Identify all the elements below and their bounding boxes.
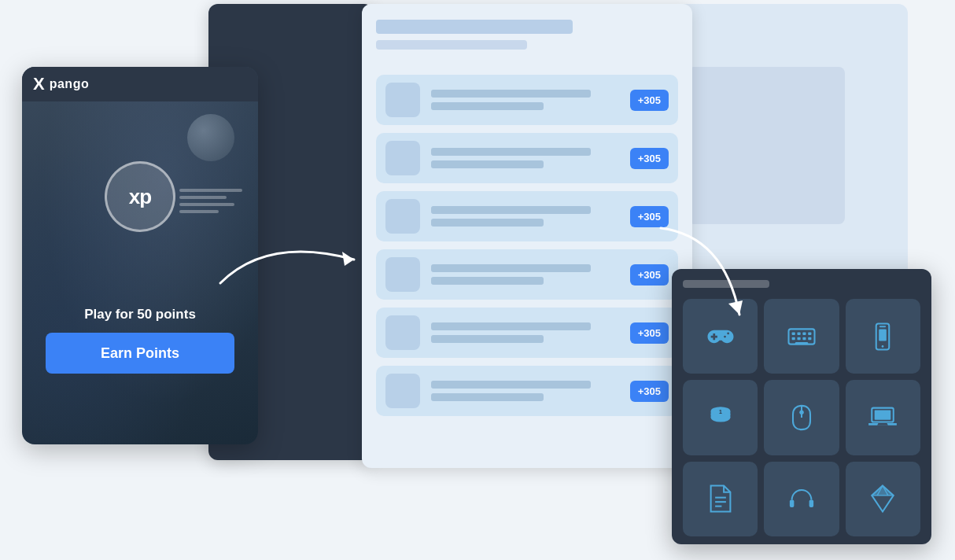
- list-header-line1: [376, 20, 573, 34]
- list-thumb: [385, 374, 420, 408]
- list-item[interactable]: +305: [376, 191, 678, 241]
- svg-marker-30: [872, 486, 894, 496]
- list-item[interactable]: +305: [376, 308, 678, 358]
- svg-rect-2: [797, 332, 800, 334]
- list-line-long: [431, 206, 591, 214]
- xpango-logo: X pango: [33, 76, 89, 93]
- svg-rect-5: [792, 337, 795, 339]
- icon-grid: 1: [683, 299, 920, 536]
- svg-text:1: 1: [719, 409, 722, 414]
- right-bg-inner: [688, 67, 845, 224]
- phone-top-bar: X pango: [22, 67, 258, 101]
- document-icon: [703, 481, 738, 516]
- list-item[interactable]: +305: [376, 366, 678, 416]
- points-badge: +305: [630, 206, 669, 227]
- svg-point-21: [799, 410, 804, 414]
- points-badge: +305: [630, 381, 669, 402]
- icon-grid-header-bar: [683, 280, 769, 288]
- list-line-short: [431, 160, 544, 168]
- deco-sphere: [187, 114, 234, 161]
- deco-line-2: [179, 196, 227, 199]
- list-lines: [431, 322, 619, 343]
- svg-rect-27: [790, 500, 795, 508]
- list-line-short: [431, 335, 544, 343]
- list-thumb: [385, 199, 420, 234]
- xp-circle: xp: [105, 161, 175, 232]
- svg-rect-11: [879, 326, 886, 327]
- mouse-icon-cell[interactable]: [764, 380, 839, 455]
- svg-rect-3: [802, 332, 806, 334]
- gamepad-icon: [703, 319, 738, 354]
- list-line-short: [431, 102, 544, 110]
- list-line-long: [431, 148, 591, 156]
- xp-inner-label: xp: [129, 185, 151, 209]
- svg-point-18: [710, 414, 730, 422]
- scene: X pango xp Play for 50 points Earn Point…: [0, 0, 955, 560]
- document-icon-cell[interactable]: [683, 462, 758, 536]
- headphones-icon: [784, 481, 819, 516]
- svg-rect-28: [809, 500, 814, 508]
- list-lines: [431, 148, 619, 168]
- deco-line-4: [179, 210, 219, 213]
- laptop-icon: [865, 400, 900, 435]
- list-line-long: [431, 264, 591, 272]
- svg-rect-6: [797, 337, 800, 339]
- xpango-name: pango: [50, 77, 90, 91]
- list-lines: [431, 90, 619, 110]
- svg-rect-7: [802, 337, 806, 339]
- list-item[interactable]: +305: [376, 75, 678, 125]
- deco-line-1: [179, 189, 242, 192]
- laptop-icon-cell[interactable]: [846, 380, 920, 455]
- points-badge: +305: [630, 264, 669, 286]
- points-badge: +305: [630, 90, 669, 111]
- list-header-line2: [376, 40, 527, 50]
- svg-rect-23: [875, 410, 891, 419]
- list-lines: [431, 381, 619, 401]
- list-line-short: [431, 219, 544, 227]
- icon-grid-panel: 1: [672, 269, 931, 544]
- mouse-icon: [784, 400, 819, 435]
- svg-point-12: [882, 345, 884, 348]
- svg-rect-13: [879, 329, 887, 341]
- list-header: [376, 20, 678, 61]
- headphones-icon-cell[interactable]: [764, 462, 839, 536]
- svg-rect-0: [788, 329, 814, 344]
- list-item[interactable]: +305: [376, 133, 678, 183]
- deco-lines: [179, 189, 242, 213]
- list-thumb: [385, 141, 420, 175]
- svg-rect-4: [808, 332, 811, 334]
- phone-background: X pango xp Play for 50 points Earn Point…: [22, 67, 258, 444]
- keyboard-icon: [784, 319, 819, 354]
- earn-points-button[interactable]: Earn Points: [46, 333, 234, 374]
- svg-rect-1: [792, 332, 795, 334]
- deco-line-3: [179, 203, 234, 206]
- points-badge: +305: [630, 148, 669, 169]
- coins-icon-cell[interactable]: 1: [683, 380, 758, 455]
- list-line-short: [431, 393, 544, 401]
- list-line-long: [431, 322, 591, 330]
- keyboard-icon-cell[interactable]: [764, 299, 839, 374]
- xpango-x-letter: X: [33, 76, 45, 93]
- list-panel: +305 +305 +305 +3: [362, 4, 692, 468]
- list-thumb: [385, 83, 420, 117]
- list-line-long: [431, 90, 591, 98]
- svg-rect-8: [808, 337, 811, 339]
- phone-card: X pango xp Play for 50 points Earn Point…: [22, 67, 258, 444]
- gamepad-icon-cell[interactable]: [683, 299, 758, 374]
- list-thumb: [385, 315, 420, 350]
- diamond-icon: [865, 481, 900, 516]
- phone-icon: [865, 319, 900, 354]
- play-for-points-text: Play for 50 points: [22, 307, 258, 322]
- mobile-phone-icon-cell[interactable]: [846, 299, 920, 374]
- diamond-icon-cell[interactable]: [846, 462, 920, 536]
- list-item[interactable]: +305: [376, 249, 678, 300]
- list-line-long: [431, 381, 591, 389]
- list-line-short: [431, 277, 544, 285]
- points-badge: +305: [630, 322, 669, 344]
- list-lines: [431, 264, 619, 285]
- list-lines: [431, 206, 619, 227]
- svg-rect-9: [795, 342, 809, 344]
- coins-icon: 1: [703, 400, 738, 435]
- list-thumb: [385, 257, 420, 292]
